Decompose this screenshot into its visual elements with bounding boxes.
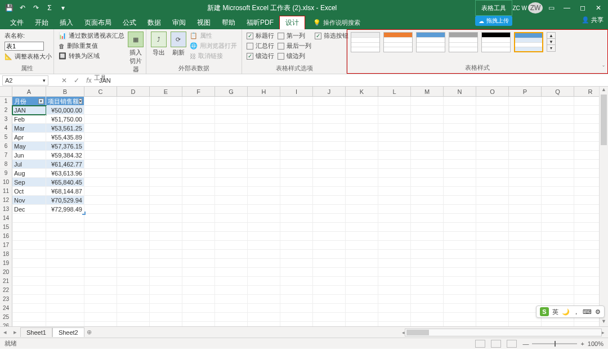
cell[interactable] bbox=[150, 169, 182, 178]
cell[interactable] bbox=[476, 196, 509, 205]
cell[interactable] bbox=[280, 322, 313, 326]
cell[interactable] bbox=[313, 142, 346, 151]
cell[interactable] bbox=[215, 196, 248, 205]
cell[interactable] bbox=[150, 196, 182, 205]
cell[interactable] bbox=[150, 322, 182, 326]
cell[interactable] bbox=[346, 250, 378, 259]
cell[interactable]: ¥68,144.87 bbox=[46, 187, 84, 196]
cell[interactable] bbox=[313, 187, 346, 196]
row-header[interactable]: 10 bbox=[0, 178, 12, 187]
cell[interactable] bbox=[444, 151, 476, 160]
cell[interactable] bbox=[378, 214, 411, 223]
cell[interactable] bbox=[509, 169, 542, 178]
cell[interactable] bbox=[378, 160, 411, 169]
cell[interactable] bbox=[346, 178, 378, 187]
cell[interactable] bbox=[84, 97, 117, 106]
ribbon-display-icon[interactable]: ▭ bbox=[544, 2, 558, 14]
table-style-black[interactable] bbox=[481, 32, 511, 52]
cell[interactable] bbox=[215, 205, 248, 214]
filter-button-checkbox[interactable]: ✓ bbox=[315, 33, 321, 39]
cell[interactable] bbox=[182, 133, 215, 142]
cell[interactable] bbox=[411, 142, 444, 151]
cell[interactable] bbox=[542, 223, 574, 232]
cell[interactable] bbox=[542, 169, 574, 178]
banded-cols-checkbox[interactable] bbox=[278, 53, 284, 60]
cell[interactable] bbox=[215, 214, 248, 223]
row-header[interactable]: 20 bbox=[0, 268, 12, 277]
cell[interactable] bbox=[280, 187, 313, 196]
cell[interactable] bbox=[280, 304, 313, 313]
row-header[interactable]: 11 bbox=[0, 187, 12, 196]
cell[interactable] bbox=[150, 142, 182, 151]
cell[interactable] bbox=[346, 124, 378, 133]
cell[interactable] bbox=[280, 115, 313, 124]
cell[interactable] bbox=[248, 223, 280, 232]
cell[interactable] bbox=[150, 205, 182, 214]
cell[interactable] bbox=[542, 151, 574, 160]
cell[interactable] bbox=[313, 277, 346, 286]
cell[interactable] bbox=[444, 304, 476, 313]
cell[interactable] bbox=[346, 277, 378, 286]
cell[interactable] bbox=[248, 151, 280, 160]
cell[interactable] bbox=[46, 223, 84, 232]
cell[interactable] bbox=[509, 277, 542, 286]
cell[interactable] bbox=[84, 205, 117, 214]
table-style-orange[interactable] bbox=[383, 32, 413, 52]
cell[interactable] bbox=[476, 304, 509, 313]
cell[interactable] bbox=[476, 277, 509, 286]
cell[interactable] bbox=[411, 178, 444, 187]
cell[interactable] bbox=[509, 160, 542, 169]
cell[interactable] bbox=[12, 322, 46, 326]
cell[interactable] bbox=[313, 286, 346, 295]
cell[interactable] bbox=[117, 142, 150, 151]
cell[interactable] bbox=[84, 223, 117, 232]
cell[interactable] bbox=[150, 115, 182, 124]
add-sheet-button[interactable]: ⊕ bbox=[84, 329, 95, 336]
cell[interactable] bbox=[117, 250, 150, 259]
view-normal-button[interactable] bbox=[475, 340, 485, 348]
sheet-tab-2[interactable]: Sheet2 bbox=[52, 327, 84, 337]
cell[interactable] bbox=[444, 133, 476, 142]
cell[interactable]: Jun bbox=[12, 151, 46, 160]
cell[interactable] bbox=[12, 214, 46, 223]
cell[interactable] bbox=[378, 232, 411, 241]
cell[interactable] bbox=[215, 295, 248, 304]
cell[interactable] bbox=[84, 151, 117, 160]
cell[interactable] bbox=[150, 187, 182, 196]
cell[interactable] bbox=[542, 241, 574, 250]
cell[interactable] bbox=[248, 277, 280, 286]
cell[interactable] bbox=[280, 313, 313, 322]
cell[interactable] bbox=[215, 178, 248, 187]
cell[interactable] bbox=[215, 223, 248, 232]
cell[interactable] bbox=[280, 232, 313, 241]
cell[interactable] bbox=[280, 277, 313, 286]
gallery-down-icon[interactable]: ▼ bbox=[547, 39, 555, 45]
col-header-D[interactable]: D bbox=[117, 87, 150, 96]
cell[interactable] bbox=[182, 151, 215, 160]
insert-slicer-button[interactable]: ▦ 插入 切片器 bbox=[128, 32, 144, 74]
cell[interactable] bbox=[150, 124, 182, 133]
cell[interactable] bbox=[444, 295, 476, 304]
cell[interactable] bbox=[476, 268, 509, 277]
cell[interactable] bbox=[46, 214, 84, 223]
cell[interactable] bbox=[215, 97, 248, 106]
cell[interactable] bbox=[117, 286, 150, 295]
cell[interactable] bbox=[411, 115, 444, 124]
cell[interactable]: ¥50,000.00 bbox=[46, 106, 84, 115]
cell[interactable] bbox=[280, 133, 313, 142]
last-col-checkbox[interactable] bbox=[278, 43, 284, 50]
cell[interactable] bbox=[378, 322, 411, 326]
cell[interactable] bbox=[542, 214, 574, 223]
name-box[interactable]: A2▾ bbox=[2, 75, 48, 86]
cell[interactable] bbox=[215, 133, 248, 142]
cell[interactable]: Oct bbox=[12, 187, 46, 196]
col-header-H[interactable]: H bbox=[248, 87, 280, 96]
cell[interactable] bbox=[84, 241, 117, 250]
cell[interactable] bbox=[215, 142, 248, 151]
row-header[interactable]: 12 bbox=[0, 196, 12, 205]
cell[interactable] bbox=[182, 223, 215, 232]
row-header[interactable]: 9 bbox=[0, 169, 12, 178]
row-header[interactable]: 19 bbox=[0, 259, 12, 268]
cell[interactable] bbox=[46, 313, 84, 322]
cell[interactable] bbox=[346, 133, 378, 142]
